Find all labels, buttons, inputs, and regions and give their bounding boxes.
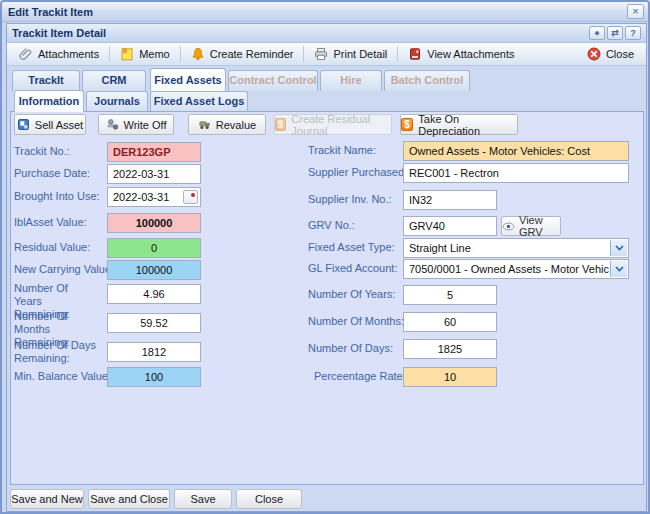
close-label: Close (255, 493, 283, 505)
brought-into-use-label: Brought Into Use: (14, 190, 100, 203)
revalue-label: Revalue (216, 119, 256, 131)
purchase-date-field[interactable]: 2022-03-31 (107, 164, 201, 184)
fixed-asset-type-select[interactable]: Straight Line (403, 238, 629, 258)
help-icon[interactable]: ? (625, 26, 641, 40)
gl-fixed-account-value: 7050/0001 - Owned Assets - Motor Vehicle… (409, 263, 609, 275)
take-on-depreciation-button[interactable]: $ Take On Depreciation (400, 114, 518, 135)
supplier-purchased-field[interactable]: REC001 - Rectron (403, 163, 629, 183)
tab-batch-control: Batch Control (384, 70, 470, 91)
print-detail-button[interactable]: Print Detail (308, 45, 393, 63)
write-off-button[interactable]: Write Off (98, 114, 174, 135)
sell-asset-button[interactable]: Sell Asset (14, 114, 86, 135)
toolbar-separator (397, 46, 398, 62)
window-close-button[interactable]: × (627, 4, 644, 19)
tab-hire: Hire (320, 70, 382, 91)
create-reminder-button[interactable]: Create Reminder (185, 45, 300, 63)
pin-icon[interactable]: ● (589, 26, 605, 40)
window-close-icon: × (632, 5, 638, 17)
months-remaining-value: 59.52 (140, 317, 168, 329)
bell-icon (191, 47, 205, 61)
number-of-months-label: Number Of Months: (308, 315, 404, 328)
number-of-months-value: 60 (444, 316, 456, 328)
paperclip-icon (19, 47, 33, 61)
write-off-label: Write Off (124, 119, 167, 131)
save-and-close-label: Save and Close (90, 493, 168, 505)
panel-header: Trackit Item Detail ● ⇄ ? (7, 24, 646, 43)
chevron-down-icon[interactable] (610, 240, 627, 256)
refresh-icon[interactable]: ⇄ (607, 26, 623, 40)
purchase-date-label: Purchase Date: (14, 167, 90, 180)
sell-asset-label: Sell Asset (35, 119, 83, 131)
view-grv-button[interactable]: View GRV (501, 216, 561, 236)
months-remaining-field[interactable]: 59.52 (107, 313, 201, 333)
tab-journals[interactable]: Journals (86, 91, 148, 112)
gl-fixed-account-select[interactable]: 7050/0001 - Owned Assets - Motor Vehicle… (403, 259, 629, 279)
trackit-no-field[interactable]: DER123GP (107, 142, 201, 162)
number-of-days-field[interactable]: 1825 (403, 339, 497, 359)
save-button[interactable]: Save (174, 489, 232, 509)
calendar-icon[interactable] (183, 190, 198, 204)
tab-crm[interactable]: CRM (82, 70, 146, 91)
min-balance-value-label: Min. Balance Value: (14, 370, 111, 383)
toolbar-close-label: Close (606, 48, 634, 60)
window-titlebar: Edit Trackit Item (2, 2, 648, 22)
min-balance-value-field[interactable]: 100 (107, 367, 201, 387)
supplier-inv-no-value: IN32 (409, 194, 432, 206)
percentage-rate-field[interactable]: 10 (403, 367, 497, 387)
attachments-label: Attachments (38, 48, 99, 60)
fixed-asset-type-label: Fixed Asset Type: (308, 241, 395, 254)
memo-button[interactable]: Memo (114, 45, 176, 63)
years-remaining-value: 4.96 (143, 288, 164, 300)
chevron-down-icon[interactable] (610, 261, 627, 277)
tab-fixed-assets[interactable]: Fixed Assets (150, 68, 226, 91)
save-and-new-label: Save and New (11, 493, 83, 505)
view-attachments-button[interactable]: View Attachments (402, 45, 520, 63)
close-button[interactable]: Close (236, 489, 302, 509)
days-remaining-field[interactable]: 1812 (107, 342, 201, 362)
view-attachments-icon (408, 47, 422, 61)
residual-value-label: Residual Value: (14, 241, 90, 254)
number-of-months-field[interactable]: 60 (403, 312, 497, 332)
fixed-asset-type-value: Straight Line (409, 242, 609, 254)
supplier-purchased-label: Supplier Purchased: (308, 166, 407, 179)
number-of-days-label: Number Of Days: (308, 342, 393, 355)
number-of-years-field[interactable]: 5 (403, 285, 497, 305)
trackit-name-field[interactable]: Owned Assets - Motor Vehicles: Cost (403, 141, 629, 161)
save-and-new-button[interactable]: Save and New (10, 489, 84, 509)
percentage-rate-label: Perceentage Rate: (314, 370, 406, 383)
printer-icon (314, 47, 328, 61)
close-circle-icon (587, 47, 601, 61)
trackit-no-value: DER123GP (113, 146, 170, 158)
toolbar: Attachments Memo Create Reminder Print D… (7, 43, 646, 66)
tab-information[interactable]: Information (14, 90, 84, 112)
new-carrying-value-field[interactable]: 100000 (107, 260, 201, 280)
brought-into-use-field[interactable]: 2022-03-31 (107, 187, 201, 207)
edit-trackit-item-window: Edit Trackit Item × Trackit Item Detail … (0, 0, 650, 514)
gl-fixed-account-label: GL Fixed Account: (308, 262, 397, 275)
create-residual-journal-button: $ Create Residual Journal (274, 114, 392, 135)
supplier-inv-no-field[interactable]: IN32 (403, 190, 497, 210)
tab-trackit[interactable]: TrackIt (12, 70, 80, 91)
window-title: Edit Trackit Item (8, 6, 93, 18)
revalue-icon (198, 118, 211, 131)
years-remaining-field[interactable]: 4.96 (107, 284, 201, 304)
toolbar-close-button[interactable]: Close (581, 45, 640, 63)
grv-no-field[interactable]: GRV40 (403, 216, 497, 236)
days-remaining-value: 1812 (142, 346, 166, 358)
ibl-asset-value: 100000 (136, 217, 173, 229)
save-and-close-button[interactable]: Save and Close (88, 489, 170, 509)
attachments-button[interactable]: Attachments (13, 45, 105, 63)
residual-value-field[interactable]: 0 (107, 238, 201, 258)
create-residual-journal-label: Create Residual Journal (291, 113, 391, 137)
ibl-asset-value-field[interactable]: 100000 (107, 213, 201, 233)
min-balance-value: 100 (145, 371, 163, 383)
revalue-button[interactable]: Revalue (188, 114, 266, 135)
brought-into-use-value: 2022-03-31 (113, 191, 169, 203)
days-remaining-label: Number Of Days Remaining: (14, 339, 96, 365)
supplier-inv-no-label: Supplier Inv. No.: (308, 193, 392, 206)
toolbar-separator (180, 46, 181, 62)
sell-asset-icon (17, 118, 30, 131)
panel-title: Trackit Item Detail (12, 27, 106, 39)
tab-fixed-asset-logs[interactable]: Fixed Asset Logs (150, 91, 248, 112)
eye-icon (502, 222, 515, 231)
